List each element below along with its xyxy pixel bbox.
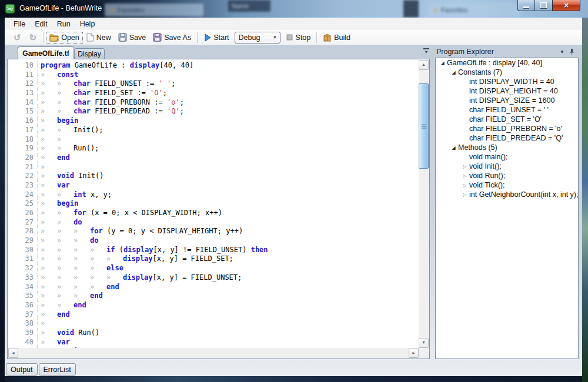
code-line[interactable]: 26»»for (x = 0; x < DISPLAY_WIDTH; x++) — [8, 209, 268, 218]
minimize-button[interactable] — [517, 0, 535, 11]
tab-guide-icon: » — [57, 301, 74, 310]
open-button[interactable]: Open — [46, 32, 83, 43]
menu-item-help[interactable]: Help — [75, 19, 100, 29]
code-text: »»char FIELD_SET := 'O'; — [38, 89, 167, 98]
tree-item[interactable]: ▷int GetNeighborCount(int x, int y); — [436, 190, 578, 199]
panel-menu-chevron-icon[interactable]: ▼ — [556, 49, 569, 55]
undo-button[interactable]: ↺ — [9, 31, 25, 43]
code-area[interactable]: 10program GameOfLife : display[40, 40]11… — [8, 59, 419, 348]
code-line[interactable]: 16»begin — [8, 116, 268, 126]
tree-item[interactable]: int DISPLAY_SIZE = 1600 — [436, 96, 578, 105]
tree-item[interactable]: ▷void Init(); — [436, 162, 578, 171]
save-button[interactable]: Save — [115, 31, 150, 43]
scroll-left-icon[interactable]: ◄ — [8, 348, 18, 358]
tree-expander-icon[interactable]: ▷ — [460, 173, 469, 179]
tree-expander-icon[interactable]: ◢ — [449, 145, 458, 150]
line-number: 30 — [8, 246, 38, 255]
tree-item[interactable]: char FIELD_PREBORN = 'o' — [436, 124, 578, 133]
code-line[interactable]: 21» — [8, 163, 268, 172]
tab-gameoflife-tf[interactable]: GameOfLife.tf — [18, 46, 74, 59]
tree-expander-icon[interactable]: ◢ — [438, 61, 447, 66]
tree-item[interactable]: int DISPLAY_HEIGHT = 40 — [436, 86, 578, 96]
code-line[interactable]: 11»const — [8, 71, 268, 80]
code-line[interactable]: 13»»char FIELD_SET := 'O'; — [8, 89, 268, 98]
editor-vertical-scrollbar[interactable]: ▲ ▼ — [419, 60, 429, 348]
scroll-up-icon[interactable]: ▲ — [419, 60, 429, 70]
maximize-button[interactable] — [535, 0, 553, 11]
code-line[interactable]: 35»»»end — [8, 291, 268, 301]
tab-guide-icon: » — [41, 190, 57, 200]
tree-item[interactable]: char FIELD_UNSET = ' ' — [436, 105, 578, 115]
scroll-down-icon[interactable]: ▼ — [419, 338, 429, 348]
tab-guide-icon: » — [57, 246, 74, 255]
code-line[interactable]: 14»»char FIELD_PREBORN := 'o'; — [8, 98, 268, 108]
code-line[interactable]: 18»» — [8, 135, 268, 145]
tree-expander-icon[interactable]: ▷ — [460, 164, 469, 169]
code-line[interactable]: 34»»»»end — [8, 283, 268, 292]
code-line[interactable]: 31»»»»»display[x, y] = FIELD_SET; — [8, 254, 268, 264]
menu-item-edit[interactable]: Edit — [30, 19, 52, 29]
menu-item-file[interactable]: File — [9, 19, 30, 29]
tab-errorlist[interactable]: ErrorList — [39, 363, 76, 376]
scroll-right-icon[interactable]: ► — [409, 348, 419, 358]
build-button[interactable]: Build — [319, 32, 354, 43]
code-text: »»»do — [38, 236, 98, 246]
redo-button[interactable]: ↻ — [25, 31, 41, 43]
tree-item[interactable]: char FIELD_PREDEAD = 'Q' — [436, 133, 578, 143]
code-line[interactable]: 33»»»»»display[x, y] = FIELD_UNSET; — [8, 273, 268, 283]
tree-item[interactable]: ◢Constants (7) — [436, 68, 578, 77]
code-line[interactable]: 37»end — [8, 310, 268, 320]
pin-icon[interactable] — [569, 48, 575, 55]
vertical-scrollbar-thumb[interactable] — [419, 83, 429, 169]
code-line[interactable]: 27»»do — [8, 218, 268, 227]
close-button[interactable]: × — [553, 0, 580, 11]
code-line[interactable]: 32»»»»else — [8, 264, 268, 273]
tree-item[interactable]: ◢Methods (5) — [436, 143, 578, 152]
code-line[interactable]: 28»»»for (y = 0; y < DISPLAY_HEIGHT; y++… — [8, 227, 268, 236]
code-line[interactable]: 22»void Init() — [8, 172, 268, 181]
code-line[interactable]: 15»»char FIELD_PREDEAD := 'Q'; — [8, 107, 268, 116]
tree-item[interactable]: ▷void Run(); — [436, 171, 578, 180]
tree-expander-icon[interactable]: ▷ — [460, 192, 469, 197]
code-line[interactable]: 12»»char FIELD_UNSET := ' '; — [8, 79, 268, 89]
tree-item[interactable]: void main(); — [436, 152, 578, 162]
code-text: »const — [38, 71, 78, 80]
code-line[interactable]: 30»»»»if (display[x, y] != FIELD_UNSET) … — [8, 246, 268, 255]
tree-expander-icon[interactable]: ◢ — [449, 70, 458, 75]
code-line[interactable]: 29»»»do — [8, 236, 268, 246]
tree-expander-icon[interactable]: ▷ — [460, 183, 469, 188]
code-editor[interactable]: 10program GameOfLife : display[40, 40]11… — [7, 59, 430, 359]
tree-item[interactable]: char FIELD_SET = 'O' — [436, 115, 578, 124]
code-line[interactable]: 20»end — [8, 153, 268, 163]
stop-button[interactable]: Stop — [282, 32, 315, 43]
tree-item-label: int GetNeighborCount(int x, int y); — [469, 190, 579, 199]
code-line[interactable]: 17»»Init(); — [8, 126, 268, 135]
tab-display[interactable]: Display — [74, 48, 105, 59]
title-bar[interactable]: ★ Favorites Name ★ Favorites >e GameOfLi… — [0, 0, 588, 18]
program-explorer-tree[interactable]: ◢GameOfLife : display [40, 40]◢Constants… — [435, 58, 579, 359]
tab-guide-icon: » — [57, 254, 74, 264]
new-button[interactable]: New — [83, 31, 115, 43]
tree-item-label: Methods (5) — [458, 143, 497, 152]
document-list-dropdown-icon[interactable]: ▼ — [423, 48, 429, 55]
tree-item[interactable]: ▷void Tick(); — [436, 180, 578, 190]
code-line[interactable]: 10program GameOfLife : display[40, 40] — [8, 61, 268, 71]
start-button[interactable]: Start — [200, 32, 232, 43]
code-line[interactable]: 25»begin — [8, 199, 268, 209]
code-line[interactable]: 39»void Run() — [8, 329, 268, 338]
redo-icon: ↻ — [29, 33, 37, 42]
code-line[interactable]: 19»»Run(); — [8, 144, 268, 153]
code-line[interactable]: 38» — [8, 319, 268, 329]
tab-output[interactable]: Output — [6, 363, 38, 376]
editor-horizontal-scrollbar[interactable]: ◄ ► — [8, 348, 419, 358]
code-line[interactable]: 24»»int x, y; — [8, 190, 268, 200]
run-mode-select[interactable]: Debug ▼ — [235, 32, 280, 43]
tab-guide-icon: » — [41, 98, 57, 108]
code-line[interactable]: 23»var — [8, 181, 268, 190]
code-line[interactable]: 36»»end — [8, 301, 268, 310]
code-line[interactable]: 40»var — [8, 338, 268, 347]
menu-item-run[interactable]: Run — [52, 19, 75, 29]
save-as-button[interactable]: Save As — [149, 31, 195, 43]
tree-item[interactable]: int DISPLAY_WIDTH = 40 — [436, 77, 578, 86]
tree-item[interactable]: ◢GameOfLife : display [40, 40] — [436, 58, 578, 68]
